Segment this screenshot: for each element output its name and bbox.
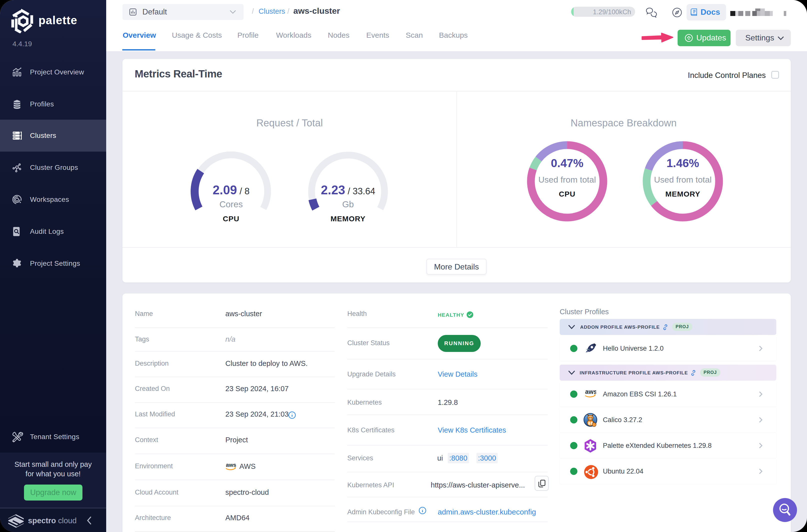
svg-text:aws: aws <box>226 462 236 468</box>
svg-text:aws: aws <box>585 388 596 395</box>
